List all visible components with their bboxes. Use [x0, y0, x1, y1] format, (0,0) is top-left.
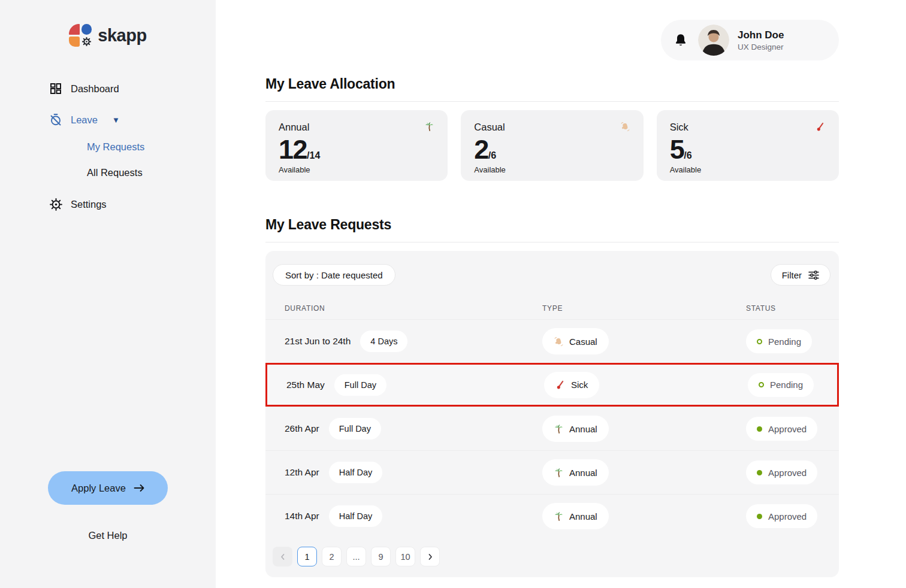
status-cell: Approved [746, 417, 820, 441]
apply-leave-label: Apply Leave [71, 483, 126, 494]
sidebar-item-label: Leave [71, 114, 98, 126]
duration-cell: 21st Jun to 24th 4 Days [285, 331, 542, 352]
logo-red-shape [69, 24, 80, 35]
status-badge: Pending [748, 373, 814, 397]
sidebar-item-my-requests[interactable]: My Requests [49, 140, 216, 154]
status-text: Pending [768, 337, 801, 347]
user-avatar [698, 25, 729, 56]
sidebar-item-dashboard[interactable]: Dashboard [49, 80, 216, 97]
status-text: Approved [768, 511, 807, 522]
notification-bell-icon[interactable] [674, 33, 687, 47]
leave-type-icon [424, 122, 434, 132]
status-cell: Approved [746, 460, 820, 484]
leave-allocation-card: Casual 2/6 Available [461, 110, 643, 181]
pagination: 12...910 [265, 538, 839, 566]
type-cell: Annual [542, 416, 746, 442]
allocation-count: 12/14 [279, 136, 434, 163]
leave-type-badge: Annual [542, 503, 609, 529]
leave-type-badge: Casual [542, 328, 609, 354]
status-text: Approved [768, 468, 807, 478]
page-buttons: 12...910 [297, 547, 415, 566]
leave-request-row[interactable]: 25th May Full Day Sick Pending [265, 363, 839, 407]
leave-request-row[interactable]: 12th Apr Half Day Annual Approved [265, 450, 839, 494]
requests-title: My Leave Requests [265, 217, 839, 233]
leave-requests-section: My Leave Requests Sort by : Date request… [265, 217, 839, 577]
duration-length-badge: Half Day [329, 505, 383, 527]
apply-leave-button[interactable]: Apply Leave [48, 471, 168, 505]
dashboard-icon [49, 82, 62, 95]
total-count: /14 [307, 150, 320, 160]
leave-type-icon [554, 424, 564, 434]
sidebar-item-all-requests[interactable]: All Requests [49, 165, 216, 180]
duration-length-badge: 4 Days [360, 331, 407, 352]
previous-page-button[interactable] [273, 547, 292, 566]
user-role: UX Designer [738, 43, 784, 51]
requests-toolbar: Sort by : Date requested Filter [265, 264, 839, 298]
table-header-row: DURATION TYPE STATUS [265, 298, 839, 319]
sidebar-item-leave[interactable]: Leave ▼ [49, 111, 216, 128]
status-cell: Pending [748, 373, 818, 397]
leave-timer-icon [49, 113, 62, 126]
status-badge: Approved [746, 504, 817, 528]
allocation-title: My Leave Allocation [265, 76, 839, 92]
available-caption: Available [670, 165, 826, 174]
page-button-9[interactable]: 9 [371, 547, 391, 566]
status-dot-icon [757, 339, 762, 344]
available-caption: Available [279, 165, 434, 174]
leave-allocation-section: My Leave Allocation Annual 12/14 Availab… [265, 76, 839, 181]
status-dot-icon [759, 382, 764, 387]
sidebar-item-label: My Requests [87, 141, 144, 153]
available-count: 2 [474, 134, 488, 165]
user-menu[interactable]: John Doe UX Designer [661, 20, 839, 60]
allocation-count: 2/6 [474, 136, 630, 163]
status-badge: Approved [746, 417, 817, 441]
leave-type-icon [554, 468, 564, 478]
sidebar-item-settings[interactable]: Settings [49, 196, 216, 213]
topbar: John Doe UX Designer [265, 0, 839, 60]
leave-type-label: Annual [279, 122, 309, 133]
type-cell: Annual [542, 503, 746, 529]
leave-type-icon [816, 122, 826, 132]
arrow-right-icon [134, 484, 144, 492]
app-root: skapp Dashboard [0, 0, 906, 588]
duration-text: 25th May [286, 380, 325, 390]
leave-type-icon [620, 122, 630, 132]
section-divider [265, 101, 839, 102]
leave-type-icon [555, 380, 566, 390]
leave-type-icon [554, 511, 564, 522]
page-button-10[interactable]: 10 [395, 547, 415, 566]
duration-text: 26th Apr [285, 423, 319, 434]
next-page-button[interactable] [420, 547, 440, 566]
duration-cell: 26th Apr Full Day [285, 418, 542, 440]
page-button-2[interactable]: 2 [322, 547, 342, 566]
leave-request-row[interactable]: 21st Jun to 24th 4 Days Casual Pending [265, 319, 839, 363]
requests-table-body: 21st Jun to 24th 4 Days Casual Pending 2… [265, 319, 839, 538]
filter-button[interactable]: Filter [771, 264, 830, 286]
leave-request-row[interactable]: 14th Apr Half Day Annual Approved [265, 494, 839, 538]
page-ellipsis[interactable]: ... [346, 547, 366, 566]
total-count: /6 [684, 150, 691, 160]
allocation-count: 5/6 [670, 136, 826, 163]
leave-request-row[interactable]: 26th Apr Full Day Annual Approved [265, 407, 839, 450]
allocation-cards: Annual 12/14 Available Casual 2/6 Availa… [265, 110, 839, 181]
filter-sliders-icon [808, 271, 819, 280]
leave-type-badge: Sick [544, 372, 599, 398]
leave-type-text: Annual [569, 468, 597, 478]
status-dot-icon [757, 514, 762, 519]
duration-text: 12th Apr [285, 467, 319, 478]
sidebar-item-label: Dashboard [71, 83, 119, 95]
column-header-status: STATUS [746, 304, 820, 313]
type-cell: Sick [544, 372, 748, 398]
column-header-duration: DURATION [285, 304, 542, 313]
sort-by-button[interactable]: Sort by : Date requested [273, 264, 395, 286]
leave-type-text: Sick [571, 380, 588, 390]
leave-type-badge: Annual [542, 416, 609, 442]
sidebar-nav: Dashboard Leave ▼ My Requests All Reques… [0, 80, 216, 213]
get-help-link[interactable]: Get Help [0, 530, 216, 541]
page-button-1[interactable]: 1 [297, 547, 317, 566]
sidebar: skapp Dashboard [0, 0, 216, 588]
duration-length-badge: Full Day [329, 418, 381, 440]
status-dot-icon [757, 426, 762, 432]
duration-text: 14th Apr [285, 511, 319, 522]
user-name: John Doe [738, 29, 784, 42]
